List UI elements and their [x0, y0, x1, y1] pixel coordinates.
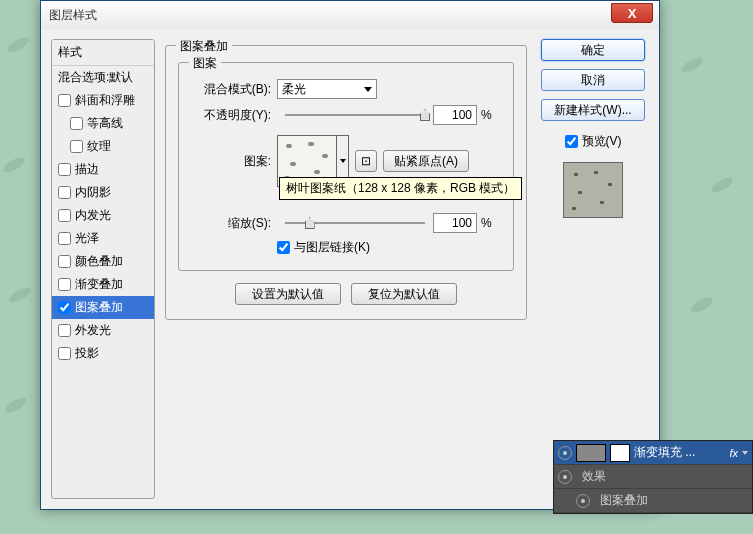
gradient-overlay-checkbox[interactable]	[58, 278, 71, 291]
new-style-button[interactable]: 新建样式(W)...	[541, 99, 645, 121]
layer-style-dialog: 图层样式 X 样式 混合选项:默认 斜面和浮雕 等高线 纹理 描边 内阴影 内发…	[40, 0, 660, 510]
inner-title: 图案	[189, 55, 221, 72]
sidebar-header: 样式	[52, 40, 154, 66]
satin-checkbox[interactable]	[58, 232, 71, 245]
fx-badge[interactable]: fx	[729, 447, 738, 459]
pattern-tooltip: 树叶图案纸（128 x 128 像素，RGB 模式）	[279, 177, 522, 200]
scale-thumb[interactable]	[305, 217, 315, 229]
percent-label-2: %	[481, 216, 492, 230]
sidebar-item-drop-shadow[interactable]: 投影	[52, 342, 154, 365]
sidebar-item-inner-glow[interactable]: 内发光	[52, 204, 154, 227]
inner-shadow-checkbox[interactable]	[58, 186, 71, 199]
reset-default-button[interactable]: 复位为默认值	[351, 283, 457, 305]
percent-label: %	[481, 108, 492, 122]
sidebar-item-outer-glow[interactable]: 外发光	[52, 319, 154, 342]
chevron-down-icon	[340, 159, 346, 163]
layer-name: 渐变填充 ...	[634, 444, 725, 461]
layer-thumbnail	[576, 444, 606, 462]
titlebar[interactable]: 图层样式 X	[41, 1, 659, 29]
effects-row[interactable]: 效果	[554, 465, 752, 489]
styles-sidebar: 样式 混合选项:默认 斜面和浮雕 等高线 纹理 描边 内阴影 内发光 光泽 颜色…	[51, 39, 155, 499]
panel-title: 图案叠加	[176, 38, 232, 55]
blend-mode-label: 混合模式(B):	[191, 81, 271, 98]
cancel-button[interactable]: 取消	[541, 69, 645, 91]
contour-checkbox[interactable]	[70, 117, 83, 130]
layers-panel: 渐变填充 ... fx 效果 图案叠加	[553, 440, 753, 514]
effect-label: 图案叠加	[600, 492, 648, 509]
pattern-label: 图案:	[191, 153, 271, 170]
sidebar-item-bevel[interactable]: 斜面和浮雕	[52, 89, 154, 112]
stroke-checkbox[interactable]	[58, 163, 71, 176]
opacity-input[interactable]	[433, 105, 477, 125]
ok-button[interactable]: 确定	[541, 39, 645, 61]
scale-label: 缩放(S):	[191, 215, 271, 232]
pattern-overlay-checkbox[interactable]	[58, 301, 71, 314]
opacity-slider[interactable]	[285, 114, 425, 116]
scale-slider[interactable]	[285, 222, 425, 224]
effect-pattern-overlay-row[interactable]: 图案叠加	[554, 489, 752, 513]
inner-glow-checkbox[interactable]	[58, 209, 71, 222]
chevron-down-icon	[364, 87, 372, 92]
outer-glow-checkbox[interactable]	[58, 324, 71, 337]
link-label: 与图层链接(K)	[294, 239, 370, 256]
opacity-thumb[interactable]	[420, 109, 430, 121]
preview-box	[563, 162, 623, 218]
sidebar-item-inner-shadow[interactable]: 内阴影	[52, 181, 154, 204]
layer-row-selected[interactable]: 渐变填充 ... fx	[554, 441, 752, 465]
texture-checkbox[interactable]	[70, 140, 83, 153]
close-button[interactable]: X	[611, 3, 653, 23]
snap-origin-button[interactable]: 贴紧原点(A)	[383, 150, 469, 172]
sidebar-item-satin[interactable]: 光泽	[52, 227, 154, 250]
close-icon: X	[628, 6, 637, 21]
preview-checkbox[interactable]	[565, 135, 578, 148]
blend-mode-combo[interactable]: 柔光	[277, 79, 377, 99]
pattern-fieldset: 图案 混合模式(B): 柔光 不透明度(Y): % 图案:	[178, 62, 514, 271]
sidebar-item-pattern-overlay[interactable]: 图案叠加	[52, 296, 154, 319]
bevel-checkbox[interactable]	[58, 94, 71, 107]
drop-shadow-checkbox[interactable]	[58, 347, 71, 360]
visibility-icon[interactable]	[558, 446, 572, 460]
preview-label: 预览(V)	[582, 133, 622, 150]
visibility-icon[interactable]	[576, 494, 590, 508]
chevron-down-icon[interactable]	[742, 451, 748, 455]
color-overlay-checkbox[interactable]	[58, 255, 71, 268]
sidebar-item-gradient-overlay[interactable]: 渐变叠加	[52, 273, 154, 296]
opacity-label: 不透明度(Y):	[191, 107, 271, 124]
sidebar-item-stroke[interactable]: 描边	[52, 158, 154, 181]
link-checkbox[interactable]	[277, 241, 290, 254]
visibility-icon[interactable]	[558, 470, 572, 484]
pattern-overlay-fieldset: 图案叠加 图案 混合模式(B): 柔光 不透明度(Y): % 图案:	[165, 45, 527, 320]
sidebar-item-color-overlay[interactable]: 颜色叠加	[52, 250, 154, 273]
sidebar-item-texture[interactable]: 纹理	[52, 135, 154, 158]
dialog-title: 图层样式	[49, 7, 97, 24]
new-pattern-button[interactable]: ⊡	[355, 150, 377, 172]
make-default-button[interactable]: 设置为默认值	[235, 283, 341, 305]
sidebar-item-contour[interactable]: 等高线	[52, 112, 154, 135]
scale-input[interactable]	[433, 213, 477, 233]
layer-mask-thumbnail	[610, 444, 630, 462]
sidebar-blend-default[interactable]: 混合选项:默认	[52, 66, 154, 89]
effects-label: 效果	[582, 468, 606, 485]
